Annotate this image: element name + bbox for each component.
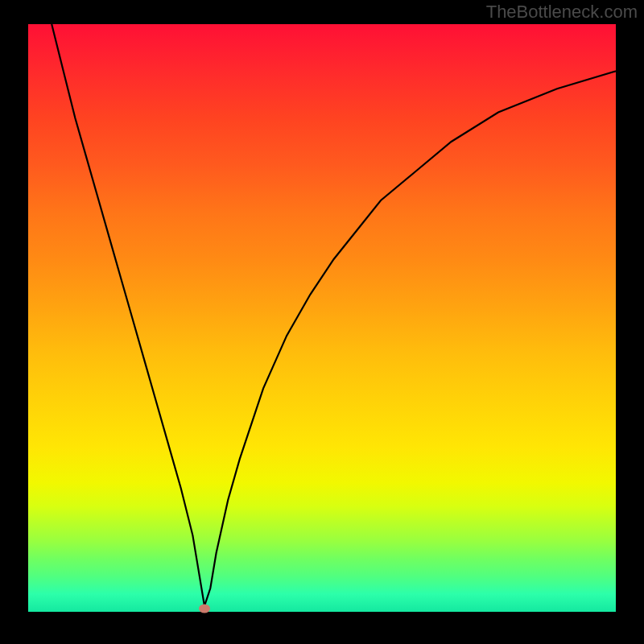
bottleneck-curve <box>28 24 616 612</box>
watermark-text: TheBottleneck.com <box>486 2 638 23</box>
current-config-marker <box>199 605 210 613</box>
chart-plot-area <box>28 24 616 612</box>
